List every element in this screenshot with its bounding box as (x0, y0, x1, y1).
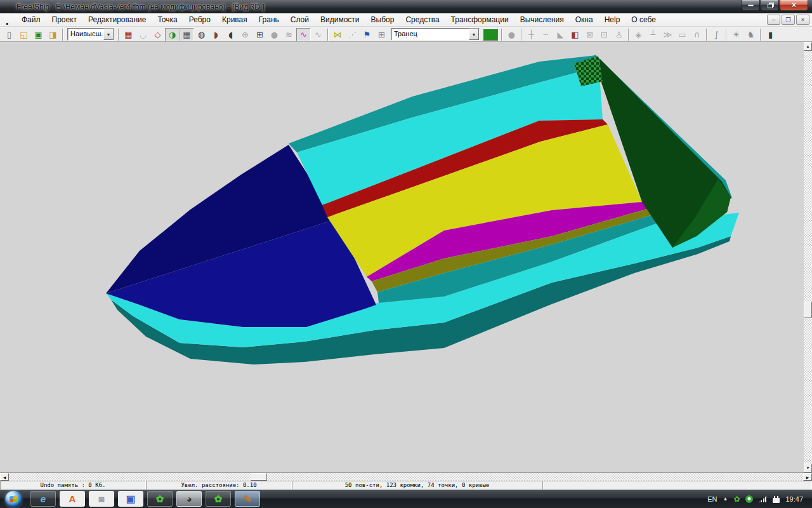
menu-item-средства[interactable]: Средства (400, 14, 445, 25)
toolbar-separator (501, 29, 502, 41)
curvature-curve-button[interactable]: ∿ (296, 28, 311, 41)
status-undo-memory: Undo память : 0 Кб. (0, 481, 146, 490)
taskbar-freeship-icon: ◕ (186, 493, 192, 504)
scale-model-button: ◈ (631, 28, 646, 41)
lamp-button[interactable]: ☀ (729, 28, 743, 41)
menu-item-редактирование[interactable]: Редактирование (82, 14, 152, 25)
status-empty-panel (542, 481, 812, 490)
view-shade-dark-button[interactable]: ◍ (194, 28, 209, 41)
scroll-right-button[interactable]: ▶ (803, 473, 812, 481)
taskbar-internet-explorer-icon: e (41, 493, 46, 504)
mdi-close-button[interactable]: × (796, 15, 809, 25)
taskbar-icq-button[interactable]: ✿ (147, 491, 173, 507)
mdi-restore-button[interactable]: ❐ (782, 15, 795, 25)
taskbar-clock[interactable]: 19:47 (785, 495, 803, 503)
menu-item-ребро[interactable]: Ребро (183, 14, 216, 25)
new-file-button[interactable]: ▯ (2, 28, 16, 41)
collapse-edge-button: ≫ (660, 28, 675, 41)
menu-item-кривая[interactable]: Кривая (216, 14, 253, 25)
menu-item-выбор[interactable]: Выбор (365, 14, 400, 25)
mdi-minimize-button[interactable]: – (767, 15, 780, 25)
menu-item-трансформации[interactable]: Трансформации (445, 14, 514, 25)
intersect-layers-button[interactable]: ◧ (568, 28, 582, 41)
menu-item-файл[interactable]: Файл (16, 14, 46, 25)
taskbar-apps: eA◙▣✿◕✿✎ (30, 491, 264, 507)
power-plug-icon[interactable] (773, 498, 780, 503)
show-hidden-icons-button[interactable]: ▲ (723, 497, 728, 502)
status-bar: Undo память : 0 Кб. Увел. расстояние: 0.… (0, 481, 812, 490)
taskbar-aimp-button[interactable]: A (60, 491, 85, 507)
document-balloon-icon (3, 15, 12, 25)
taskbar-icq-2-button[interactable]: ✿ (206, 491, 231, 507)
taskbar-camera-app-button[interactable]: ◙ (89, 491, 114, 507)
exit-button[interactable]: ◨ (46, 28, 60, 41)
minimize-button[interactable] (742, 0, 760, 11)
scroll-left-button[interactable]: ◀ (0, 473, 9, 481)
taskbar-icq-2-icon: ✿ (214, 493, 223, 505)
taskbar-floppy-app-button[interactable]: ▣ (118, 491, 143, 507)
minimize-icon (748, 4, 754, 6)
menu-item-слой[interactable]: Слой (285, 14, 315, 25)
insert-plane-button: ▭ (675, 28, 690, 41)
vertical-scrollbar[interactable]: ▲ ▼ (804, 42, 812, 472)
view-shade-button[interactable]: ◑ (165, 28, 180, 41)
toolbar-separator (118, 29, 119, 41)
gauss-curvature-button: ⊕ (238, 28, 252, 41)
toolbar-separator (521, 29, 522, 41)
zoom-extents-button[interactable]: ⊞ (374, 28, 389, 41)
network-signal-icon[interactable] (759, 495, 767, 502)
calculations-button[interactable]: ⊞ (252, 28, 267, 41)
view-perspective-button[interactable]: ◗ (209, 28, 223, 41)
fair-curve-button[interactable]: ∫ (709, 28, 724, 41)
antivirus-eye-icon[interactable] (745, 495, 753, 503)
scroll-down-button[interactable]: ▼ (804, 464, 812, 472)
taskbar-paint-app-button[interactable]: ✎ (235, 491, 260, 507)
layer-combo[interactable]: Транец▼ (391, 28, 480, 41)
horizontal-scroll-thumb[interactable] (251, 473, 267, 481)
toolbar-separator (62, 29, 63, 41)
restore-button[interactable] (761, 0, 779, 11)
delete-item-button[interactable]: ▮ (763, 28, 778, 41)
menu-item-о-себе[interactable]: О себе (625, 14, 662, 25)
menu-item-окна[interactable]: Окна (570, 14, 599, 25)
start-button[interactable] (5, 491, 22, 507)
scroll-up-button[interactable]: ▲ (804, 42, 812, 51)
save-file-button[interactable]: ▣ (31, 28, 46, 41)
icq-tray-icon[interactable]: ✿ (733, 495, 740, 503)
background-image-button[interactable]: ⚑ (360, 28, 374, 41)
develop-view-button[interactable]: ⋈ (331, 28, 345, 41)
menu-item-видимости[interactable]: Видимости (315, 14, 365, 25)
view-interior-button[interactable]: ▦ (121, 28, 136, 41)
menu-item-вычисления[interactable]: Вычисления (514, 14, 570, 25)
precision-combo[interactable]: Наивысш.▼ (67, 28, 114, 41)
taskbar-internet-explorer-button[interactable]: e (30, 491, 56, 507)
boat-3d-render (0, 42, 812, 472)
layer-color-swatch[interactable] (483, 29, 498, 41)
title-bar: Free!Ship : E:\Неман\dVasia-ver4.fbm (не… (0, 0, 812, 13)
taskbar-freeship-button[interactable]: ◕ (176, 491, 202, 507)
menu-item-грань[interactable]: Грань (253, 14, 285, 25)
system-tray: EN ▲ ✿ 19:47 (707, 495, 812, 503)
open-file-button[interactable]: ◱ (16, 28, 31, 41)
toolbar-separator (628, 29, 629, 41)
layer-combo-value: Транец (391, 29, 469, 40)
chevron-down-icon[interactable]: ▼ (469, 29, 479, 40)
view-wireframe-button[interactable]: ◇ (150, 28, 165, 41)
viewport-3d[interactable] (0, 42, 812, 472)
menu-bar: ФайлПроектРедактированиеТочкаРеброКривая… (0, 13, 812, 27)
chevron-down-icon[interactable]: ▼ (103, 29, 114, 40)
view-grid-button[interactable]: ▦ (180, 28, 194, 41)
menu-item-точка[interactable]: Точка (152, 14, 183, 25)
develop-plates-button: ◡ (136, 28, 150, 41)
restore-icon (768, 4, 773, 8)
check-model-button[interactable]: ♞ (743, 28, 758, 41)
language-indicator[interactable]: EN (707, 495, 717, 503)
vertical-scroll-thumb[interactable] (804, 302, 812, 318)
close-button[interactable]: × (780, 0, 808, 11)
taskbar-icq-icon: ✿ (156, 493, 164, 505)
horizontal-scrollbar[interactable]: ◀ ▶ (0, 472, 812, 481)
toolbar-separator (726, 29, 727, 41)
view-mesh-button[interactable]: ◖ (223, 28, 238, 41)
menu-item-help[interactable]: Help (599, 14, 626, 25)
menu-item-проект[interactable]: Проект (46, 14, 83, 25)
